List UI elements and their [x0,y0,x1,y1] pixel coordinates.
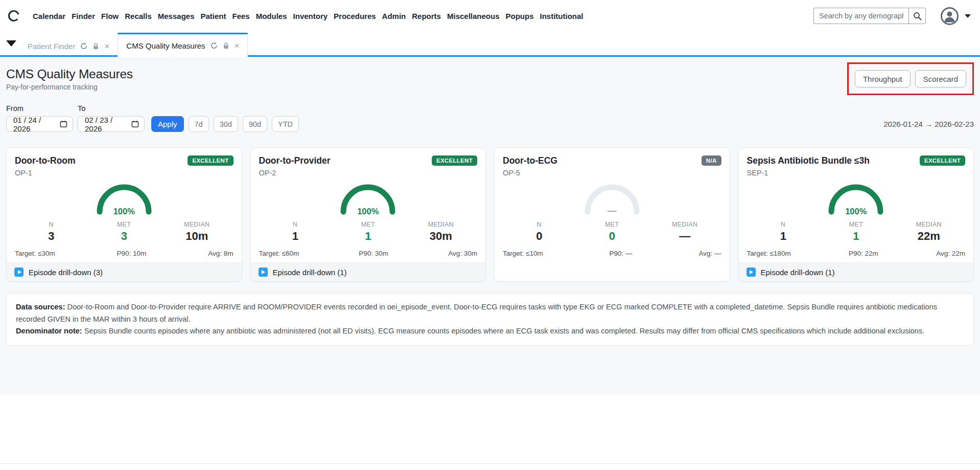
card-door-to-room: Door-to-Room OP-1 EXCELLENT 100% N3 MET3… [6,147,242,282]
active-range-display: 2026-01-24 → 2026-02-23 [883,120,974,132]
from-date-input[interactable]: 01 / 24 / 2026 [6,116,73,132]
target-text: Target: ≤30m [15,250,55,257]
status-badge: N/A [702,155,721,166]
episode-drilldown-toggle[interactable]: Episode drill-down (3) [7,262,242,281]
tab-cms-quality-measures[interactable]: CMS Quality Measures × [118,33,248,57]
menu-recalls[interactable]: Recalls [125,12,152,20]
tab-refresh-icon[interactable] [211,42,218,49]
avg-text: Avg: — [698,250,721,257]
performance-gauge: 100% [338,183,398,215]
episode-drilldown-toggle[interactable]: Episode drill-down (1) [251,262,486,281]
tab-patient-finder[interactable]: Patient Finder × [19,35,118,57]
methodology-notes-panel: Data sources: Door-to-Room and Door-to-P… [6,293,974,346]
met-value: 1 [332,230,405,243]
main-menu: Calendar Finder Flow Recalls Messages Pa… [33,12,584,20]
menu-inventory[interactable]: Inventory [293,12,328,20]
search-button[interactable] [908,8,926,24]
tab-list-caret-icon[interactable] [6,40,16,47]
gauge-percent: 100% [113,207,135,216]
card-measure-code: OP-2 [259,169,331,177]
menu-calendar[interactable]: Calendar [33,12,65,20]
throughput-button[interactable]: Throughput [855,70,911,87]
met-value: 1 [820,230,893,243]
menu-flow[interactable]: Flow [101,12,119,20]
tab-lock-icon[interactable] [92,43,99,50]
quick-range-90d[interactable]: 90d [243,116,267,132]
quick-range-30d[interactable]: 30d [214,116,238,132]
tab-close-icon[interactable]: × [235,41,240,50]
episode-drilldown-toggle[interactable]: Episode drill-down (1) [739,262,974,281]
tab-lock-icon[interactable] [223,42,229,49]
refresh-spinner-icon[interactable] [7,9,20,23]
n-value: 3 [15,230,88,243]
n-value: 0 [503,230,576,243]
gauge-percent: 100% [357,207,379,216]
from-label: From [6,104,73,113]
menu-reports[interactable]: Reports [412,12,441,20]
tab-refresh-icon[interactable] [80,42,87,50]
n-label: N [15,221,88,228]
denominator-note-label: Denominator note: [16,327,82,335]
met-label: MET [332,221,405,228]
calendar-icon[interactable] [60,120,67,128]
met-value: 3 [88,230,161,243]
quick-range-7d[interactable]: 7d [189,116,209,132]
scorecard-button[interactable]: Scorecard [915,70,966,87]
menu-popups[interactable]: Popups [506,12,534,20]
menu-miscellaneous[interactable]: Miscellaneous [447,12,500,20]
quick-range-ytd[interactable]: YTD [272,116,299,132]
avg-text: Avg: 22m [936,250,965,257]
card-title: Door-to-ECG [503,155,557,166]
page-title: CMS Quality Measures [6,67,133,81]
patient-search [813,8,926,24]
menu-admin[interactable]: Admin [382,12,406,20]
median-value: 10m [160,230,234,243]
met-label: MET [88,221,161,228]
drilldown-label: Episode drill-down (1) [761,268,835,277]
met-label: MET [576,221,649,228]
to-date-input[interactable]: 02 / 23 / 2026 [78,116,145,132]
tab-label: CMS Quality Measures [126,41,205,50]
menu-procedures[interactable]: Procedures [334,12,376,20]
median-value: 30m [405,230,478,243]
tab-close-icon[interactable]: × [104,42,109,51]
target-text: Target: ≤10m [503,250,543,257]
median-label: MEDIAN [405,221,478,228]
user-menu-caret-icon[interactable] [965,14,971,18]
app-window: Calendar Finder Flow Recalls Messages Pa… [0,0,980,470]
n-label: N [503,221,576,228]
menu-messages[interactable]: Messages [158,12,195,20]
from-date-value: 01 / 24 / 2026 [13,116,60,133]
p90-text: P90: 22m [849,250,878,257]
menu-modules[interactable]: Modules [256,12,287,20]
menu-fees[interactable]: Fees [232,12,250,20]
card-door-to-ecg: Door-to-ECG OP-5 N/A — N0 MET0 MEDIAN— [494,147,730,282]
card-title: Sepsis Antibiotic Bundle ≤3h [747,155,870,166]
median-value: 22m [893,230,966,243]
menu-patient[interactable]: Patient [200,12,226,20]
card-sepsis-antibiotic-bundle: Sepsis Antibiotic Bundle ≤3h SEP-1 EXCEL… [738,147,974,282]
card-measure-code: OP-5 [503,169,557,177]
card-title: Door-to-Provider [259,155,331,166]
user-avatar-icon[interactable] [940,7,959,26]
target-text: Target: ≤60m [259,250,299,257]
denominator-note-text: Sepsis Bundle counts episodes where any … [82,327,925,335]
card-door-to-provider: Door-to-Provider OP-2 EXCELLENT 100% N1 … [250,147,486,282]
card-measure-code: SEP-1 [747,169,870,177]
page-subtitle: Pay-for-performance tracking [6,83,133,91]
play-icon [746,267,756,277]
search-input[interactable] [813,8,908,24]
met-value: 0 [576,230,649,243]
median-label: MEDIAN [160,221,234,228]
play-icon [14,267,24,277]
data-sources-text: Door-to-Room and Door-to-Provider requir… [16,303,937,323]
date-filters: From 01 / 24 / 2026 To 02 / 23 / 2026 Ap… [6,104,974,132]
menu-institutional[interactable]: Institutional [540,12,584,20]
drilldown-label: Episode drill-down (1) [273,268,347,277]
apply-button[interactable]: Apply [151,116,184,132]
median-value: — [648,230,721,243]
menu-finder[interactable]: Finder [72,12,95,20]
gauge-percent: 100% [845,207,867,216]
main-content: CMS Quality Measures Pay-for-performance… [0,57,980,395]
calendar-icon[interactable] [131,120,139,128]
